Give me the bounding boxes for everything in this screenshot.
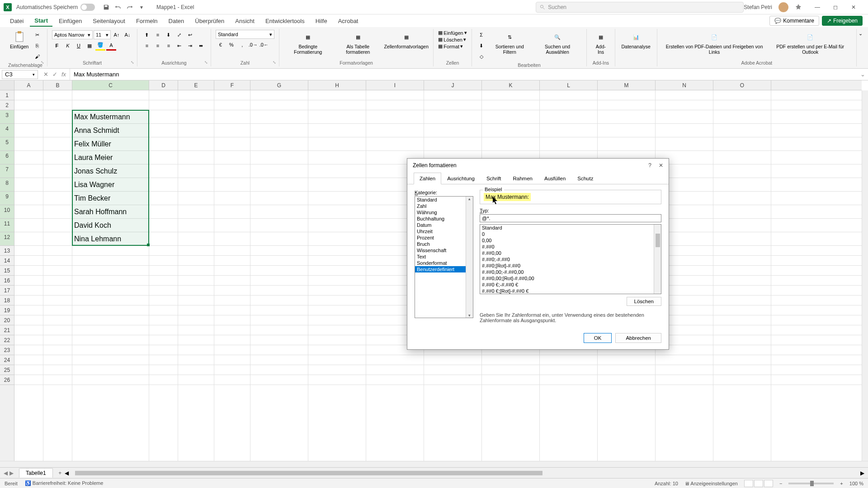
underline-icon[interactable]: U	[74, 41, 84, 51]
currency-icon[interactable]: €	[216, 40, 226, 50]
number-format-combo[interactable]: Standard▾	[216, 30, 274, 39]
comments-button[interactable]: 💬 Kommentare	[769, 16, 819, 26]
row-header[interactable]: 22	[0, 335, 14, 345]
vertical-scrollbar[interactable]	[862, 90, 868, 461]
redo-icon[interactable]	[125, 2, 135, 12]
column-header[interactable]: I	[366, 80, 424, 90]
category-item[interactable]: Datum	[415, 222, 473, 228]
bold-icon[interactable]: F	[52, 41, 62, 51]
column-header[interactable]: B	[43, 80, 72, 90]
decrease-decimal-icon[interactable]: .0←	[259, 40, 269, 50]
type-item[interactable]: #.##0;-#.##0	[480, 256, 661, 263]
search-input[interactable]: Suchen	[536, 2, 744, 13]
column-header[interactable]: A	[14, 80, 43, 90]
font-size-combo[interactable]: 11▾	[94, 30, 111, 39]
row-header[interactable]: 15	[0, 266, 14, 276]
zoom-level[interactable]: 100 %	[849, 481, 863, 486]
type-item[interactable]: #.##0,00	[480, 250, 661, 256]
category-item[interactable]: Standard	[415, 197, 473, 203]
dialog-tab[interactable]: Schutz	[571, 173, 599, 184]
column-header[interactable]: L	[540, 80, 598, 90]
autosave-toggle[interactable]	[80, 4, 95, 11]
tab-entwicklertools[interactable]: Entwicklertools	[261, 16, 309, 26]
cell[interactable]: Tim Becker	[72, 192, 149, 205]
analyze-data-button[interactable]: 📊Datenanalyse	[620, 30, 652, 51]
collapse-ribbon-icon[interactable]: ⌄	[857, 29, 864, 66]
expand-formula-icon[interactable]: ⌄	[858, 71, 868, 78]
align-bottom-icon[interactable]: ⬇	[164, 30, 174, 40]
qat-dropdown-icon[interactable]: ▾	[137, 2, 146, 12]
category-item[interactable]: Sonderformat	[415, 260, 473, 266]
cell[interactable]: David Koch	[72, 219, 149, 232]
type-item[interactable]: #.##0,00;[Rot]-#.##0,00	[480, 275, 661, 282]
tab-ansicht[interactable]: Ansicht	[231, 16, 259, 26]
align-center-icon[interactable]: ≡	[153, 41, 163, 51]
orientation-icon[interactable]: ⤢	[175, 30, 184, 40]
row-header[interactable]: 4	[0, 124, 14, 137]
type-item[interactable]: Standard	[480, 225, 661, 231]
cell[interactable]: Nina Lehmann	[72, 232, 149, 246]
category-item[interactable]: Zahl	[415, 203, 473, 209]
row-header[interactable]: 17	[0, 286, 14, 296]
row-header[interactable]: 6	[0, 151, 14, 164]
font-name-combo[interactable]: Aptos Narrow▾	[52, 30, 93, 39]
fill-color-icon[interactable]: 🪣	[95, 41, 105, 51]
row-header[interactable]: 8	[0, 178, 14, 192]
row-header[interactable]: 21	[0, 325, 14, 335]
column-header[interactable]: O	[713, 80, 771, 90]
category-item[interactable]: Währung	[415, 209, 473, 216]
row-header[interactable]: 12	[0, 232, 14, 246]
user-name[interactable]: Stefan Petri	[744, 4, 772, 10]
column-header[interactable]: H	[308, 80, 366, 90]
row-header[interactable]: 2	[0, 100, 14, 110]
cancel-formula-icon[interactable]: ✕	[42, 71, 50, 78]
conditional-format-button[interactable]: ▦Bedingte Formatierung	[284, 30, 332, 56]
column-header[interactable]: F	[214, 80, 250, 90]
prev-sheet-icon[interactable]: ◀	[4, 470, 8, 476]
font-color-icon[interactable]: A	[106, 41, 116, 51]
create-pdf-email-button[interactable]: 📄PDF erstellen und per E-Mail für Outloo…	[769, 30, 852, 56]
delete-cells-button[interactable]: ▦ Löschen ▾	[438, 37, 466, 42]
delete-button[interactable]: Löschen	[627, 297, 661, 306]
type-item[interactable]: 0	[480, 231, 661, 237]
row-header[interactable]: 16	[0, 276, 14, 286]
row-header[interactable]: 9	[0, 192, 14, 205]
display-settings-button[interactable]: 🖥 Anzeigeeinstellungen	[684, 481, 738, 486]
category-item[interactable]: Uhrzeit	[415, 228, 473, 235]
category-item[interactable]: Prozent	[415, 235, 473, 241]
category-list[interactable]: StandardZahlWährungBuchhaltungDatumUhrze…	[415, 196, 473, 318]
cell[interactable]: Sarah Hoffmann	[72, 205, 149, 219]
copy-icon[interactable]: ⎘	[32, 41, 42, 51]
dialog-tab[interactable]: Rahmen	[507, 173, 538, 184]
increase-indent-icon[interactable]: ⇥	[185, 41, 195, 51]
format-as-table-button[interactable]: ▦Als Tabelle formatieren	[334, 30, 382, 56]
create-pdf-link-button[interactable]: 📄Erstellen von PDF-Dateien und Freigeben…	[662, 30, 767, 56]
dialog-help-icon[interactable]: ?	[648, 162, 651, 169]
comma-icon[interactable]: ,	[237, 40, 247, 50]
add-sheet-icon[interactable]: +	[56, 470, 65, 476]
minimize-icon[interactable]: ―	[808, 1, 826, 14]
row-header[interactable]: 18	[0, 296, 14, 305]
tab-formeln[interactable]: Formeln	[132, 16, 162, 26]
sort-filter-button[interactable]: ⇅Sortieren und Filtern	[488, 30, 531, 56]
zoom-in-icon[interactable]: +	[840, 481, 843, 486]
tab-seitenlayout[interactable]: Seitenlayout	[88, 16, 130, 26]
row-header[interactable]: 24	[0, 355, 14, 365]
sheet-tab[interactable]: Tabelle1	[19, 468, 53, 478]
next-sheet-icon[interactable]: ▶	[9, 470, 14, 476]
row-header[interactable]: 19	[0, 305, 14, 315]
maximize-icon[interactable]: ◻	[826, 1, 844, 14]
category-item[interactable]: Text	[415, 253, 473, 260]
tab-daten[interactable]: Daten	[164, 16, 189, 26]
zoom-out-icon[interactable]: −	[779, 481, 782, 486]
column-header[interactable]: N	[656, 80, 713, 90]
border-icon[interactable]: ▦	[85, 41, 94, 51]
tab-datei[interactable]: Datei	[5, 16, 28, 26]
formula-input[interactable]: Max Mustermann	[70, 71, 858, 78]
cell[interactable]: Lisa Wagner	[72, 178, 149, 192]
zoom-slider[interactable]	[788, 483, 834, 484]
row-header[interactable]: 3	[0, 110, 14, 124]
dialog-launcher-icon[interactable]: ⤡	[41, 60, 46, 66]
paste-button[interactable]: Einfügen	[8, 30, 30, 51]
type-item[interactable]: 0,00	[480, 237, 661, 244]
